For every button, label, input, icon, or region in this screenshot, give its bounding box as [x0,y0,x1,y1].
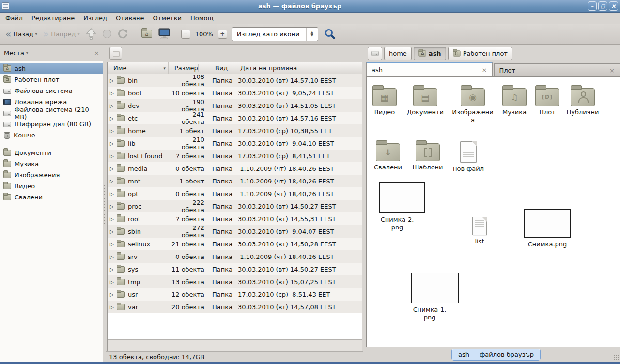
expander-icon[interactable] [110,141,117,146]
search-button[interactable] [324,28,336,40]
menu-item[interactable]: Редактиране [27,14,79,23]
icon-view[interactable]: Видео Документи [366,76,620,347]
sidebar-item[interactable]: Файлова система [0,85,103,96]
tab-plot[interactable]: Плот [494,63,620,76]
table-row[interactable]: etc 241 обекта Папка 30.03.2010 (вт) 14,… [108,112,362,124]
expander-icon[interactable] [110,103,117,108]
table-row[interactable]: bin 108 обекта Папка 30.03.2010 (вт) 14,… [108,74,362,87]
table-row[interactable]: var 20 обекта Папка 30.03.2010 (вт) 14,5… [108,301,362,313]
close-button[interactable] [609,1,618,11]
back-button[interactable]: « Назад ▾ [3,29,40,40]
minimize-button[interactable] [588,1,597,11]
expander-icon[interactable] [110,153,117,159]
column-header-date[interactable]: Дата на промяна [234,62,362,74]
column-header-name[interactable]: Име ▾ [108,62,169,74]
sidebar-item[interactable]: Работен плот [0,74,103,85]
computer-button[interactable] [155,26,173,42]
table-row[interactable]: media 0 обекта Папка 1.10.2009 (чт) 18,4… [108,162,362,175]
table-row[interactable]: usr 12 обекта Папка 17.03.2010 (ср) 8,51… [108,288,362,301]
breadcrumb-ash-button[interactable]: ash [414,47,446,60]
sidebar-item[interactable]: Кошче [0,130,103,141]
expander-icon[interactable] [110,229,117,234]
horizontal-scrollbar[interactable] [108,339,362,351]
expander-icon[interactable] [110,292,117,297]
sidebar-item[interactable]: ash [0,63,103,74]
up-button[interactable] [83,26,99,42]
sidebar-item[interactable]: Документи [0,147,103,158]
tab-close-icon[interactable] [482,66,487,74]
expander-icon[interactable] [110,166,117,171]
sidebar-item[interactable]: Шифриран дял (80 GB) [0,119,103,130]
expander-icon[interactable] [110,91,117,96]
icon-cell[interactable]: Снимка-1.png [411,273,448,322]
expander-icon[interactable] [110,191,117,197]
table-row[interactable]: lib 210 обекта Папка 30.03.2010 (вт) 9,0… [108,137,362,150]
menu-item[interactable]: Изглед [79,14,111,23]
maximize-button[interactable] [598,1,607,11]
table-row[interactable]: boot 10 обекта Папка 30.03.2010 (вт) 9,0… [108,87,362,99]
expander-icon[interactable] [110,279,117,285]
sidebar-item[interactable]: Свалени [0,192,103,203]
back-dropdown-icon[interactable]: ▾ [35,32,37,36]
combo-spinner-icon[interactable]: ▲▼ [306,28,318,41]
column-header-size[interactable]: Размер [169,62,209,74]
tab-ash[interactable]: ash [366,62,493,76]
home-button[interactable] [139,28,155,40]
breadcrumb-desktop-button[interactable]: Работен плот [448,47,512,60]
icon-cell[interactable]: list [461,214,498,245]
sidebar-close-icon[interactable] [94,49,99,57]
sidebar-item[interactable]: Музика [0,158,103,169]
menu-item[interactable]: Файл [1,14,27,23]
table-row[interactable]: dev 190 обекта Папка 30.03.2010 (вт) 14,… [108,99,362,112]
table-row[interactable]: sbin 272 обекта Папка 30.03.2010 (вт) 9,… [108,225,362,238]
expander-icon[interactable] [110,179,117,184]
menu-item[interactable]: Отметки [148,14,186,23]
expander-icon[interactable] [110,267,117,272]
icon-cell[interactable]: Шаблони [404,139,451,171]
resize-grip[interactable] [613,355,620,361]
pane-resize-handle[interactable] [103,45,106,362]
menu-item[interactable]: Отиване [111,14,148,23]
expander-icon[interactable] [110,116,117,121]
expander-icon[interactable] [110,254,117,259]
table-row[interactable]: sys 11 обекта Папка 30.03.2010 (вт) 14,5… [108,263,362,275]
icon-cell[interactable]: Документи [402,84,449,116]
icon-cell[interactable]: нов файл [445,139,492,173]
table-row[interactable]: srv 0 обекта Папка 1.10.2009 (чт) 18,40,… [108,250,362,263]
window-titlebar[interactable]: ash — файлов браузър [0,0,620,13]
view-mode-select[interactable]: Изглед като икони ▲▼ [232,27,318,41]
table-row[interactable]: opt 0 обекта Папка 1.10.2009 (чт) 18,40,… [108,187,362,200]
sidebar-title-select[interactable]: Места ▾ [4,49,28,57]
table-row[interactable]: root ? обекта Папка 30.03.2010 (вт) 14,5… [108,212,362,225]
table-row[interactable]: selinux 21 обекта Папка 30.03.2010 (вт) … [108,238,362,250]
icon-cell[interactable]: Снимка-2.png [379,182,416,232]
icon-cell[interactable]: Публични [559,84,606,116]
forward-button[interactable]: » Напред ▾ [41,29,82,40]
expander-icon[interactable] [110,78,117,83]
table-row[interactable]: proc 222 обекта Папка 30.03.2010 (вт) 14… [108,200,362,212]
reload-button[interactable] [115,27,131,41]
zoom-in-button[interactable]: + [218,30,227,39]
breadcrumb-home-button[interactable]: home [384,47,412,60]
icon-cell[interactable]: Изображения [451,84,494,124]
sidebar-item[interactable]: Видео [0,181,103,192]
tree-pane-button[interactable] [109,47,122,60]
tab-close-icon[interactable] [609,67,615,74]
expander-icon[interactable] [110,204,117,209]
table-row[interactable]: home 1 обект Папка 17.03.2010 (ср) 10,38… [108,124,362,137]
stop-button[interactable] [100,27,114,41]
expander-icon[interactable] [110,304,117,310]
expander-icon[interactable] [110,242,117,247]
column-header-type[interactable]: Вид [209,62,234,74]
table-row[interactable]: tmp 13 обекта Папка 30.03.2010 (вт) 15,0… [108,275,362,288]
table-row[interactable]: mnt 1 обект Папка 1.10.2009 (чт) 18,40,2… [108,175,362,187]
expander-icon[interactable] [110,216,117,222]
breadcrumb-root-button[interactable] [368,47,382,60]
sidebar-item[interactable]: Изображения [0,169,103,181]
icon-cell[interactable]: Снимка.png [523,209,572,248]
zoom-out-button[interactable]: − [181,30,190,39]
sidebar-item[interactable]: Файлова система (210 MB) [0,107,103,119]
taskbar-window-button[interactable]: ash — файлов браузър [451,349,541,361]
forward-dropdown-icon[interactable]: ▾ [78,32,80,36]
menu-item[interactable]: Помощ [186,14,218,23]
